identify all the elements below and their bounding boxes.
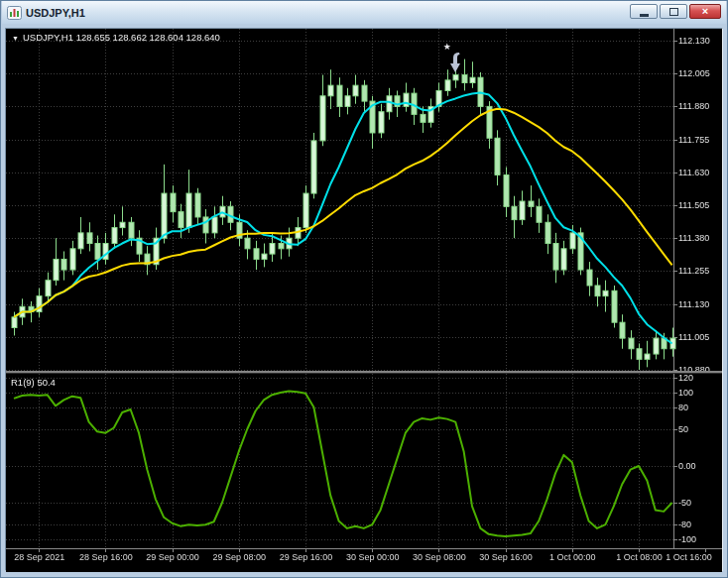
indicator-scale-label: -80 [678,520,691,529]
indicator-legend: R1(9) 50.4 [11,377,56,388]
time-axis-label: 29 Sep 00:00 [141,552,205,562]
price-scale-label: 111.755 [678,135,709,145]
legend-symbol: USDJPY,H1 [23,32,73,43]
price-scale-label: 112.005 [678,68,710,78]
window-title: USDJPY,H1 [26,7,85,19]
star-marker: ★ [443,43,451,52]
price-scale-label: 111.255 [678,266,709,276]
time-axis-label: 30 Sep 16:00 [474,552,539,562]
time-axis-label: 28 Sep 2021 [7,552,71,562]
indicator-scale-label: 80 [678,403,688,412]
minimize-icon [640,14,649,17]
price-scale-label: 111.005 [678,332,709,342]
price-scale-label: 111.505 [678,200,709,210]
time-axis-label: 30 Sep 00:00 [340,552,405,562]
minimize-button[interactable] [630,4,658,19]
price-scale-label: 111.630 [678,168,709,177]
time-axis-label: 29 Sep 08:00 [207,552,272,562]
legend-ohlc-values: 128.655 128.662 128.604 128.640 [76,32,220,43]
chart-client-area: ▼USDJPY,H1 128.655 128.662 128.604 128.6… [5,28,723,571]
price-scale-label: 111.380 [678,233,709,243]
indicator-scale-label: -50 [678,498,691,508]
indicator-name: R1(9) [11,377,35,388]
indicator-scale[interactable]: 12010080500.00-50-80-100 [673,374,722,548]
close-button[interactable]: × [689,4,721,19]
indicator-scale-label: 120 [678,373,693,383]
price-scale-label: 112.130 [678,36,710,46]
legend-collapse-icon[interactable]: ▼ [12,35,19,42]
window-controls: × [630,4,721,19]
titlebar[interactable]: USDJPY,H1 × [2,1,726,24]
mt4-chart-window: USDJPY,H1 × ▼USDJPY,H1 128.655 128.662 1… [0,0,728,578]
time-axis-label: 1 Oct 00:00 [541,552,605,562]
time-axis[interactable]: 28 Sep 202128 Sep 16:0029 Sep 00:0029 Se… [6,549,722,571]
price-scale-label: 111.130 [678,299,709,309]
maximize-button[interactable] [660,4,687,19]
indicator-value: 50.4 [37,377,56,388]
time-axis-label: 28 Sep 16:00 [73,552,138,562]
time-axis-label: 1 Oct 16:00 [657,552,721,562]
price-scale[interactable]: 112.130112.005111.880111.755111.630111.5… [673,29,722,371]
indicator-scale-label: 0.00 [678,461,696,471]
chart-overlay: ▼USDJPY,H1 128.655 128.662 128.604 128.6… [6,29,722,570]
maximize-icon [669,8,678,16]
close-icon: × [702,5,708,18]
time-axis-label: 30 Sep 08:00 [407,552,471,562]
time-axis-label: 29 Sep 16:00 [274,552,338,562]
sell-arrow-icon [448,52,462,73]
indicator-scale-label: 100 [678,388,693,398]
app-icon[interactable] [7,6,22,20]
panel-separator[interactable] [6,371,722,374]
indicator-scale-label: -100 [678,534,696,544]
indicator-scale-label: 50 [678,424,688,434]
chart-legend: ▼USDJPY,H1 128.655 128.662 128.604 128.6… [12,32,220,43]
price-scale-label: 111.880 [678,101,709,111]
